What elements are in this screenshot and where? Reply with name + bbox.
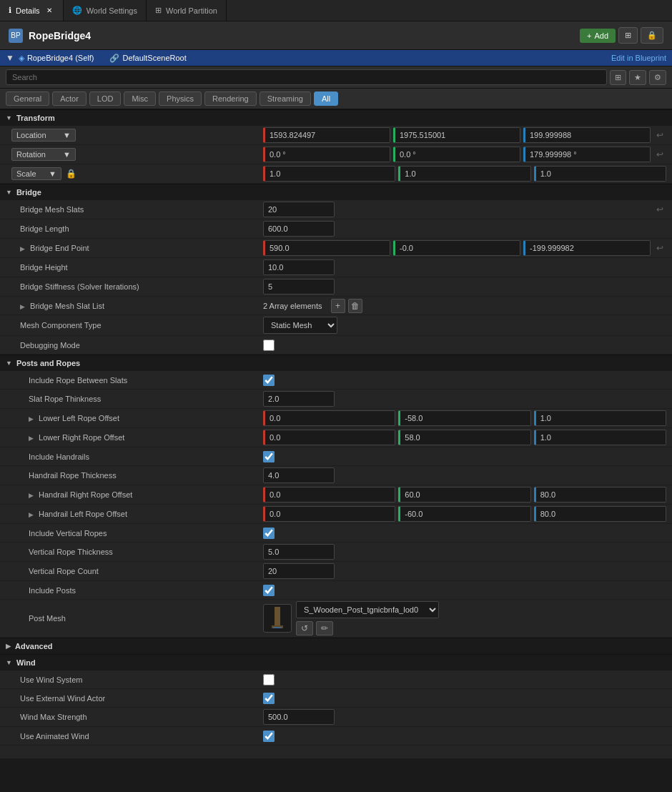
bridge-mesh-slats-reset[interactable]: ↩ [653, 203, 666, 216]
handrail-left-x[interactable] [263, 506, 395, 522]
lower-right-y[interactable] [398, 430, 530, 445]
handrail-left-y[interactable] [398, 506, 530, 522]
include-handrails-label: Include Handrails [6, 452, 263, 461]
scale-z[interactable] [534, 166, 666, 182]
handrail-left-expand[interactable]: ▶ [29, 511, 34, 518]
section-transform[interactable]: ▼ Transform [0, 109, 672, 126]
post-mesh-edit[interactable]: ✏ [316, 621, 333, 635]
lower-left-expand[interactable]: ▶ [29, 415, 34, 422]
handrail-right-y[interactable] [398, 487, 530, 503]
vertical-thickness-input[interactable] [263, 544, 335, 560]
debugging-mode-value [263, 340, 666, 351]
handrail-right-expand[interactable]: ▶ [29, 492, 34, 499]
use-animated-wind-checkbox[interactable] [263, 731, 275, 742]
filter-general[interactable]: General [6, 91, 49, 106]
slat-list-expand[interactable]: ▶ [20, 303, 25, 310]
bridge-end-expand[interactable]: ▶ [20, 245, 25, 252]
filter-tabs: General Actor LOD Misc Physics Rendering… [0, 89, 672, 109]
section-advanced[interactable]: ▶ Advanced [0, 638, 672, 654]
star-button[interactable]: ★ [629, 70, 646, 85]
location-x[interactable] [263, 127, 390, 143]
actor-icon: BP [9, 29, 23, 43]
rotation-x[interactable] [263, 147, 390, 162]
location-z[interactable] [523, 127, 651, 143]
use-wind-system-checkbox[interactable] [263, 674, 275, 685]
location-y[interactable] [393, 127, 520, 143]
rotation-reset[interactable]: ↩ [653, 148, 666, 161]
tab-world-partition[interactable]: ⊞ World Partition [147, 0, 227, 21]
filter-lod[interactable]: LOD [89, 91, 122, 106]
layout-button[interactable]: ⊞ [618, 27, 638, 44]
scale-dropdown[interactable]: Scale ▼ [11, 167, 61, 180]
handrail-right-x[interactable] [263, 487, 395, 503]
debugging-mode-checkbox[interactable] [263, 340, 275, 351]
section-wind[interactable]: ▼ Wind [0, 654, 672, 670]
filter-all[interactable]: All [314, 91, 338, 106]
tab-details-close[interactable]: ✕ [44, 6, 54, 16]
use-external-wind-checkbox[interactable] [263, 693, 275, 704]
scale-x[interactable] [263, 166, 395, 182]
include-vertical-checkbox[interactable] [263, 528, 275, 539]
bridge-stiffness-input[interactable] [263, 279, 335, 294]
filter-actor[interactable]: Actor [52, 91, 87, 106]
mesh-component-type-select[interactable]: Static Mesh Skeletal Mesh [263, 317, 337, 334]
post-mesh-browse[interactable]: ↺ [296, 621, 313, 635]
bridge-end-x[interactable] [263, 240, 390, 256]
settings-button[interactable]: ⚙ [649, 70, 666, 85]
location-dropdown[interactable]: Location ▼ [11, 129, 76, 142]
filter-physics[interactable]: Physics [159, 91, 202, 106]
bridge-end-point-label: ▶ Bridge End Point [6, 244, 263, 252]
lower-left-x[interactable] [263, 410, 395, 426]
debugging-mode-row: Debugging Mode [0, 336, 672, 355]
scale-y[interactable] [398, 166, 530, 182]
lower-right-z[interactable] [534, 430, 666, 445]
search-input[interactable] [6, 69, 607, 85]
lower-left-y[interactable] [398, 410, 530, 426]
handrail-right-z[interactable] [534, 487, 666, 503]
add-button[interactable]: + Add [580, 29, 616, 43]
include-handrails-checkbox[interactable] [263, 451, 275, 462]
bridge-height-input[interactable] [263, 259, 335, 275]
lower-right-x[interactable] [263, 430, 395, 445]
bridge-length-input[interactable] [263, 221, 335, 237]
filter-misc[interactable]: Misc [124, 91, 156, 106]
handrail-left-z[interactable] [534, 506, 666, 522]
use-external-wind-value [263, 693, 666, 704]
bridge-end-reset[interactable]: ↩ [653, 242, 666, 254]
include-rope-checkbox[interactable] [263, 375, 275, 386]
lower-right-expand[interactable]: ▶ [29, 435, 34, 442]
bridge-end-y[interactable] [393, 240, 520, 256]
vertical-count-input[interactable] [263, 563, 335, 579]
filter-streaming[interactable]: Streaming [260, 91, 311, 106]
array-remove-button[interactable]: 🗑 [348, 299, 362, 313]
section-posts-ropes[interactable]: ▼ Posts and Ropes [0, 355, 672, 371]
tab-details[interactable]: ℹ Details ✕ [0, 0, 64, 21]
bridge-end-z[interactable] [523, 240, 651, 256]
use-external-wind-label: Use External Wind Actor [6, 694, 263, 703]
lock-button[interactable]: 🔒 [641, 27, 663, 44]
wind-max-strength-input[interactable] [263, 709, 335, 725]
scene-tree-item[interactable]: ◈ RopeBridge4 (Self) [19, 54, 94, 63]
array-add-button[interactable]: + [331, 299, 345, 313]
filter-rendering[interactable]: Rendering [204, 91, 257, 106]
rotation-y[interactable] [393, 147, 520, 162]
actor-actions: + Add ⊞ 🔒 [580, 27, 663, 44]
tab-world-settings[interactable]: 🌐 World Settings [64, 0, 147, 21]
include-posts-checkbox[interactable] [263, 585, 275, 596]
scale-lock-button[interactable]: 🔒 [64, 167, 78, 180]
bridge-mesh-slats-input[interactable] [263, 202, 335, 217]
rotation-dropdown[interactable]: Rotation ▼ [11, 148, 76, 161]
bridge-height-value [263, 259, 666, 275]
handrail-rope-thickness-input[interactable] [263, 467, 335, 483]
section-bridge[interactable]: ▼ Bridge [0, 184, 672, 200]
tab-world-settings-label: World Settings [87, 6, 137, 15]
edit-blueprint-button[interactable]: Edit in Blueprint [611, 54, 666, 62]
lower-left-z[interactable] [534, 410, 666, 426]
grid-view-button[interactable]: ⊞ [610, 70, 626, 85]
location-reset[interactable]: ↩ [653, 129, 666, 142]
slat-rope-thickness-input[interactable] [263, 391, 335, 407]
scene-root-item[interactable]: 🔗 DefaultSceneRoot [98, 54, 186, 63]
use-animated-wind-row: Use Animated Wind [0, 727, 672, 746]
rotation-z[interactable] [523, 147, 651, 162]
post-mesh-select[interactable]: S_Wooden_Post_tgnicbnfa_lod0 [296, 601, 439, 618]
